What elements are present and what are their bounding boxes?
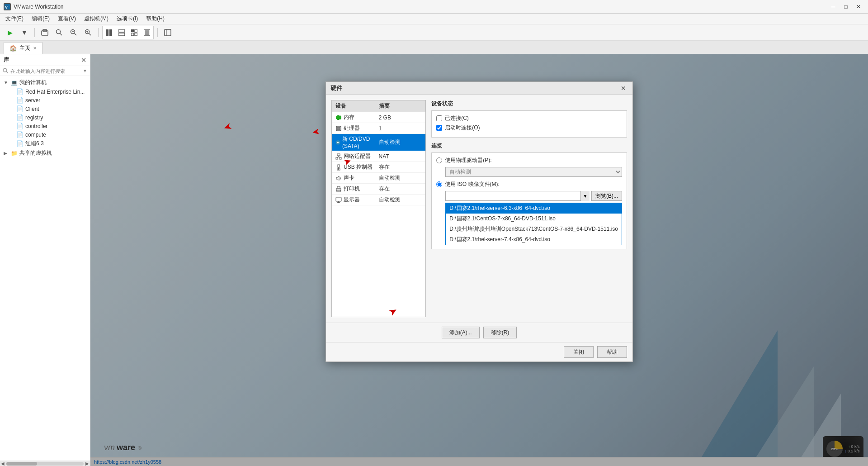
scroll-right-icon[interactable]: ▶ — [85, 461, 90, 466]
svg-rect-30 — [340, 115, 340, 116]
vm-icon: 📄 — [16, 97, 24, 104]
sidebar-item-label: Red Hat Enterprise Lin... — [25, 89, 85, 95]
modal-footer: 关闭 帮助 — [326, 342, 632, 361]
toolbar-btn-2[interactable] — [53, 26, 66, 39]
device-status-title: 设备状态 — [431, 100, 627, 108]
menu-edit[interactable]: 编辑(E) — [28, 14, 53, 24]
browse-button[interactable]: 浏览(B)... — [591, 191, 622, 201]
network-icon — [335, 153, 342, 160]
sidebar-item-label: controller — [25, 123, 47, 129]
modal-overlay: ➤ ➤ ➤ ➤ 硬件 ✕ 设备 摘要 — [90, 54, 868, 466]
view-btn-1[interactable] — [103, 26, 115, 39]
svg-rect-29 — [338, 115, 339, 116]
main-layout: 库 ✕ ▼ ▼ 💻 我的计算机 📄 Red Hat Enterprise Lin… — [0, 54, 868, 466]
svg-rect-23 — [165, 29, 171, 36]
help-button[interactable]: 帮助 — [597, 346, 627, 358]
sidebar-item-compute[interactable]: 📄 compute — [0, 130, 90, 139]
sidebar-item-shared-vms[interactable]: ▶ 📁 共享的虚拟机 — [0, 148, 90, 158]
connect-on-start-checkbox[interactable] — [436, 125, 442, 131]
connected-row: 已连接(C) — [436, 114, 622, 122]
sidebar-item-controller[interactable]: 📄 controller — [0, 122, 90, 130]
menu-vm[interactable]: 虚拟机(M) — [80, 14, 112, 24]
printer-icon — [335, 186, 342, 192]
device-status-box: 已连接(C) 启动时连接(O) — [431, 110, 627, 138]
connected-label: 已连接(C) — [445, 114, 469, 122]
device-row-processor[interactable]: 处理器 1 — [332, 123, 425, 134]
svg-rect-31 — [337, 119, 338, 120]
sidebar-item-rhel[interactable]: 📄 Red Hat Enterprise Lin... — [0, 87, 90, 96]
sidebar: 库 ✕ ▼ ▼ 💻 我的计算机 📄 Red Hat Enterprise Lin… — [0, 54, 90, 466]
iso-radio[interactable] — [436, 181, 442, 187]
remove-button[interactable]: 移除(R) — [483, 327, 517, 338]
tab-close-icon[interactable]: ✕ — [33, 46, 37, 51]
auto-detect-select[interactable]: 自动检测 — [445, 167, 622, 177]
sound-icon — [335, 175, 342, 181]
iso-option-3[interactable]: D:\贵州培训\贵州培训OpenStack713\CentOS-7-x86_64… — [446, 224, 622, 234]
close-modal-button[interactable]: 关闭 — [564, 346, 594, 358]
tab-bar: 🏠 主页 ✕ — [0, 41, 868, 54]
iso-dropdown-button[interactable]: ▼ — [580, 191, 590, 201]
menu-help[interactable]: 帮助(H) — [142, 14, 168, 24]
minimize-button[interactable]: ─ — [827, 2, 839, 11]
toolbar-separator-1 — [34, 28, 35, 37]
view-btn-3[interactable] — [128, 26, 141, 39]
processor-icon — [335, 125, 342, 132]
svg-rect-13 — [106, 29, 108, 36]
menu-file[interactable]: 文件(E) — [2, 14, 27, 24]
vm-icon: 📄 — [16, 123, 24, 129]
sidebar-item-my-computer[interactable]: ▼ 💻 我的计算机 — [0, 78, 90, 87]
sidebar-close-button[interactable]: ✕ — [81, 57, 86, 64]
toolbar-btn-4[interactable] — [82, 26, 94, 39]
svg-rect-15 — [118, 29, 125, 32]
svg-rect-40 — [340, 157, 341, 159]
toolbar-fullscreen[interactable] — [161, 26, 174, 39]
sidebar-item-server[interactable]: 📄 server — [0, 96, 90, 105]
svg-rect-33 — [340, 119, 340, 120]
sidebar-item-redhat63[interactable]: 📄 红帽6.3 — [0, 139, 90, 148]
view-btn-4[interactable] — [141, 26, 153, 39]
physical-drive-radio[interactable] — [436, 157, 442, 163]
sidebar-item-label: registry — [25, 114, 43, 121]
tab-home[interactable]: 🏠 主页 ✕ — [4, 42, 42, 54]
device-row-sound[interactable]: 声卡 自动检测 — [332, 173, 425, 184]
modal-close-button[interactable]: ✕ — [619, 84, 628, 93]
view-btn-2[interactable] — [115, 26, 128, 39]
menu-view[interactable]: 查看(V) — [54, 14, 80, 24]
iso-option-1[interactable]: D:\国赛2.1\rhel-server-6.3-x86_64-dvd.iso — [446, 203, 622, 214]
device-row-display[interactable]: 显示器 自动检测 — [332, 195, 425, 205]
add-button[interactable]: 添加(A)... — [442, 327, 480, 338]
iso-option-2[interactable]: D:\国赛2.1\CentOS-7-x86_64-DVD-1511.iso — [446, 214, 622, 224]
connected-checkbox[interactable] — [436, 115, 442, 121]
svg-line-10 — [89, 33, 91, 35]
device-row-cddvd[interactable]: 新 CD/DVD (SATA) 自动检测 — [332, 134, 425, 151]
maximize-button[interactable]: □ — [840, 2, 852, 11]
home-icon: 🏠 — [9, 45, 17, 52]
search-input[interactable] — [10, 68, 81, 74]
iso-path-input[interactable] — [445, 191, 590, 201]
device-cell-usb: USB 控制器 — [335, 163, 379, 171]
device-cell-display: 显示器 — [335, 196, 379, 204]
vm-icon: 📄 — [16, 114, 24, 121]
device-row-printer[interactable]: 打印机 存在 — [332, 184, 425, 195]
search-dropdown-icon[interactable]: ▼ — [83, 68, 87, 73]
menu-tabs[interactable]: 选项卡(I) — [113, 14, 142, 24]
expand-icon: ▶ — [4, 151, 9, 156]
toolbar-btn-3[interactable] — [67, 26, 80, 39]
sidebar-item-client[interactable]: 📄 Client — [0, 105, 90, 113]
close-button[interactable]: ✕ — [853, 2, 864, 11]
sidebar-item-registry[interactable]: 📄 registry — [0, 113, 90, 122]
play-dropdown-button[interactable]: ▼ — [18, 26, 31, 39]
svg-marker-47 — [336, 176, 339, 181]
view-buttons — [102, 26, 154, 39]
device-status-section: 设备状态 已连接(C) 启动时连接(O) — [431, 100, 627, 138]
hardware-modal: 硬件 ✕ 设备 摘要 内 — [326, 81, 633, 362]
toolbar-separator-2 — [98, 28, 99, 37]
scroll-left-icon[interactable]: ◀ — [0, 461, 5, 466]
iso-option-4[interactable]: D:\国赛2.1\rhel-server-7.4-x86_64-dvd.iso — [446, 234, 622, 245]
toolbar-btn-1[interactable] — [38, 26, 51, 39]
svg-rect-51 — [336, 197, 341, 201]
sidebar-scrollbar[interactable]: ◀ ▶ — [0, 461, 90, 466]
device-row-memory[interactable]: 内存 2 GB — [332, 112, 425, 123]
play-button[interactable]: ▶ — [4, 26, 16, 39]
iso-input-wrapper: ▼ — [445, 191, 590, 201]
